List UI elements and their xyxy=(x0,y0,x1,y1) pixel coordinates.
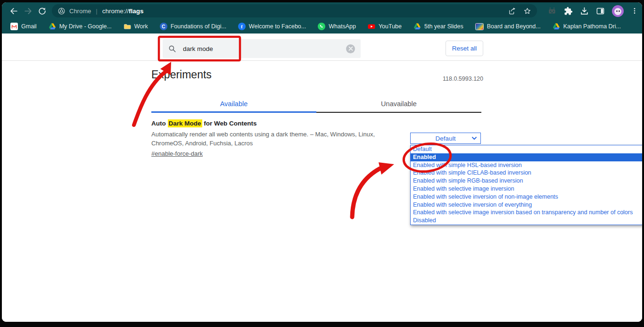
browser-window: Chrome | chrome://flags xyxy=(2,2,642,322)
bookmark-board-and-beyond[interactable]: Board and Beyond... xyxy=(475,23,541,30)
bookmark-work[interactable]: Work xyxy=(124,23,148,30)
drive-icon xyxy=(49,23,56,30)
coursera-icon: C xyxy=(160,23,167,30)
select-dropdown-list: Default Enabled Enabled with simple HSL-… xyxy=(410,145,642,225)
screen: { "window": { "toolbar": { "site_label":… xyxy=(0,0,644,327)
clear-search-button[interactable] xyxy=(346,44,355,53)
page-title: Experiments xyxy=(151,68,212,81)
dropdown-option[interactable]: Enabled with selective inversion of non-… xyxy=(411,193,642,201)
tab-strip: Available Unavailable xyxy=(151,96,481,113)
address-divider: | xyxy=(96,8,97,15)
side-panel-button[interactable] xyxy=(596,7,605,16)
bookmark-5th-year-slides[interactable]: 5th year Slides xyxy=(413,23,463,30)
address-bar[interactable]: Chrome | chrome://flags xyxy=(52,4,537,17)
flag-title: Auto Dark Mode for Web Contents xyxy=(151,120,257,127)
bookmark-facebook[interactable]: f Welcome to Facebo... xyxy=(238,23,306,30)
flag-description: Automatically render all web contents us… xyxy=(151,130,381,148)
share-icon xyxy=(508,7,516,15)
toolbar-right-icons xyxy=(542,5,638,17)
experiments-main: Experiments 118.0.5993.120 Available Una… xyxy=(2,61,642,322)
forward-arrow-icon xyxy=(24,7,33,16)
flag-permalink[interactable]: #enable-force-dark xyxy=(151,150,203,157)
flags-header: Reset all xyxy=(2,34,642,61)
download-icon xyxy=(580,7,589,16)
search-highlight: Dark Mode xyxy=(168,119,202,127)
search-input[interactable] xyxy=(182,45,346,53)
youtube-icon xyxy=(368,23,375,30)
downloads-button[interactable] xyxy=(580,7,589,16)
drive-icon xyxy=(413,23,421,30)
boards-icon xyxy=(475,23,484,30)
forward-button[interactable] xyxy=(21,4,35,18)
facebook-icon: f xyxy=(238,23,246,30)
reset-all-button[interactable]: Reset all xyxy=(446,41,483,56)
folder-icon xyxy=(124,23,131,30)
dropdown-option[interactable]: Enabled with simple HSL-based inversion xyxy=(411,161,642,169)
menu-button[interactable] xyxy=(631,7,638,15)
extension-robot-button[interactable] xyxy=(547,6,557,16)
bookmark-star-button[interactable] xyxy=(523,7,531,15)
kebab-menu-icon xyxy=(631,7,638,15)
close-icon xyxy=(348,46,353,51)
bookmark-youtube[interactable]: YouTube xyxy=(368,23,402,30)
avatar xyxy=(612,5,624,17)
robot-icon xyxy=(547,6,557,16)
back-button[interactable] xyxy=(7,4,21,18)
dropdown-option[interactable]: Enabled with simple CIELAB-based inversi… xyxy=(411,169,642,177)
dropdown-option[interactable]: Disabled xyxy=(411,217,642,225)
chrome-site-icon xyxy=(58,7,66,15)
tab-available[interactable]: Available xyxy=(151,96,316,113)
reload-icon xyxy=(38,7,46,15)
flags-page: Reset all Experiments 118.0.5993.120 Ava… xyxy=(2,34,642,322)
puzzle-icon xyxy=(564,7,573,16)
dropdown-option[interactable]: Enabled with selective image inversion xyxy=(411,185,642,193)
side-panel-icon xyxy=(596,7,605,16)
bookmark-whatsapp[interactable]: WhatsApp xyxy=(318,23,356,30)
dropdown-option[interactable]: Default xyxy=(411,145,642,153)
bookmark-foundations[interactable]: C Foundations of Digi... xyxy=(160,23,226,30)
whatsapp-icon xyxy=(318,23,325,30)
dropdown-option[interactable]: Enabled xyxy=(411,153,642,161)
bookmark-kaplan-pathoma[interactable]: Kaplan Pathoma Dri... xyxy=(553,23,621,30)
browser-toolbar: Chrome | chrome://flags xyxy=(2,2,642,19)
search-box[interactable] xyxy=(163,39,361,58)
tab-unavailable[interactable]: Unavailable xyxy=(316,96,481,113)
star-icon xyxy=(523,7,531,15)
dropdown-option[interactable]: Enabled with selective inversion of ever… xyxy=(411,201,642,209)
dropdown-option[interactable]: Enabled with selective image inversion b… xyxy=(411,209,642,217)
drive-icon xyxy=(553,23,560,30)
reload-button[interactable] xyxy=(35,4,49,18)
chrome-version: 118.0.5993.120 xyxy=(443,75,483,82)
url-text: chrome://flags xyxy=(102,8,144,15)
profile-avatar[interactable] xyxy=(612,5,624,17)
site-label: Chrome xyxy=(69,8,91,15)
back-arrow-icon xyxy=(9,7,18,16)
dropdown-option[interactable]: Enabled with simple RGB-based inversion xyxy=(411,177,642,185)
bookmarks-bar: Gmail My Drive - Google... Work C Founda… xyxy=(2,19,642,34)
gmail-icon xyxy=(10,23,18,30)
chevron-down-icon xyxy=(472,137,477,140)
bookmark-gmail[interactable]: Gmail xyxy=(10,23,37,30)
flag-value-select[interactable]: Default xyxy=(410,133,481,144)
extensions-button[interactable] xyxy=(564,7,573,16)
search-icon xyxy=(168,45,176,53)
bookmark-my-drive[interactable]: My Drive - Google... xyxy=(49,23,112,30)
share-button[interactable] xyxy=(508,7,516,15)
